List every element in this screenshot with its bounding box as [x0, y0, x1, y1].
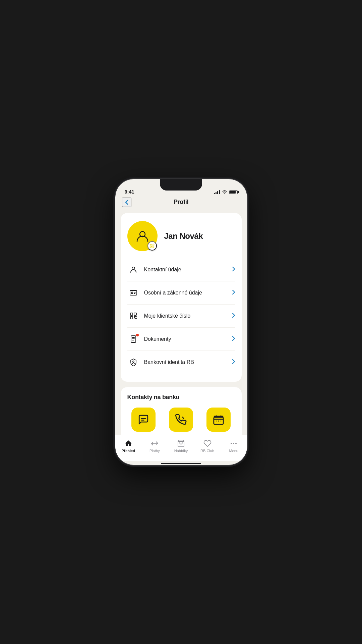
- signal-icon: [214, 190, 220, 194]
- bottom-nav: Přehled Platby: [115, 435, 247, 461]
- nav-item-prehled[interactable]: Přehled: [115, 438, 142, 454]
- chevron-right-icon: [232, 336, 235, 342]
- svg-point-1: [132, 267, 135, 270]
- pencil-icon: [150, 244, 155, 248]
- menu-label-klientske: Moje klientské číslo: [144, 313, 232, 319]
- menu-item-osobni-udaje[interactable]: Osobní a zákonné údaje: [127, 281, 235, 304]
- more-menu-icon: [229, 439, 238, 448]
- status-icons: [214, 190, 238, 195]
- status-time: 9:41: [125, 189, 134, 195]
- battery-icon: [229, 190, 238, 194]
- nav-item-platby[interactable]: Platby: [141, 438, 168, 454]
- svg-point-13: [233, 443, 234, 444]
- menu-label-bankovni: Bankovní identita RB: [144, 359, 232, 365]
- menu-label-osobni: Osobní a zákonné údaje: [144, 290, 232, 296]
- home-indicator: [161, 463, 201, 464]
- payments-icon: [150, 439, 159, 448]
- svg-point-12: [231, 443, 232, 444]
- phone-screen: 9:41: [115, 179, 247, 465]
- chevron-right-icon: [232, 359, 235, 365]
- svg-rect-5: [134, 313, 136, 315]
- menu-item-klientske-cislo[interactable]: Moje klientské číslo: [127, 304, 235, 327]
- menu-item-bankovni-identita[interactable]: Bankovní identita RB: [127, 351, 235, 374]
- nav-label-rb-club: RB Club: [200, 449, 214, 453]
- svg-point-3: [131, 292, 133, 294]
- nav-item-nabidky[interactable]: Nabídky: [168, 438, 194, 454]
- bank-contacts-card: Kontakty na banku Chat: [121, 387, 242, 435]
- svg-rect-4: [130, 313, 133, 315]
- chevron-right-icon: [232, 290, 235, 296]
- nav-label-nabidky: Nabídky: [174, 449, 188, 453]
- chevron-right-icon: [232, 313, 235, 319]
- profile-name: Jan Novák: [164, 231, 203, 241]
- chat-button-icon: [131, 408, 156, 432]
- home-icon: [124, 439, 133, 448]
- id-card-icon: [127, 287, 139, 299]
- rb-club-icon: [203, 439, 212, 448]
- chat-button[interactable]: Chat: [127, 408, 160, 435]
- svg-point-8: [133, 361, 134, 362]
- nova-schuzka-button[interactable]: Nováschůzka: [202, 408, 235, 435]
- nova-schuzka-button-icon: [206, 408, 231, 432]
- cart-icon: [177, 439, 185, 448]
- notification-dot: [136, 334, 139, 336]
- nav-item-menu[interactable]: Menu: [221, 438, 247, 454]
- nav-label-platby: Platby: [149, 449, 160, 453]
- notch: [160, 179, 202, 191]
- chevron-right-icon: [232, 267, 235, 273]
- back-button[interactable]: [122, 198, 131, 207]
- page-header: Profil: [115, 197, 247, 210]
- nav-label-prehled: Přehled: [122, 449, 135, 453]
- menu-item-dokumenty[interactable]: Dokumenty: [127, 327, 235, 351]
- scroll-content: Jan Novák Kontaktní údaje: [115, 210, 247, 435]
- nav-label-menu: Menu: [229, 449, 238, 453]
- bank-contacts-title: Kontakty na banku: [127, 394, 235, 401]
- profile-card: Jan Novák Kontaktní údaje: [121, 213, 242, 382]
- profile-header: Jan Novák: [127, 221, 235, 251]
- avatar-wrapper: [127, 221, 158, 251]
- wifi-icon: [222, 190, 227, 195]
- phone-frame: 9:41: [115, 179, 247, 465]
- zavolat-button[interactable]: Zavolat: [165, 408, 197, 435]
- svg-rect-6: [130, 317, 133, 319]
- menu-label-dokumenty: Dokumenty: [144, 336, 232, 342]
- qr-code-icon: [127, 310, 139, 322]
- page-title: Profil: [174, 199, 188, 206]
- nav-item-rb-club[interactable]: RB Club: [194, 438, 221, 454]
- zavolat-button-icon: [169, 408, 193, 432]
- contact-buttons: Chat Zavolat: [127, 408, 235, 435]
- shield-icon: [127, 356, 139, 368]
- person-icon: [127, 264, 139, 276]
- person-avatar-icon: [134, 228, 150, 244]
- svg-point-14: [235, 443, 237, 444]
- document-icon: [127, 333, 139, 345]
- svg-rect-7: [131, 336, 136, 342]
- menu-item-kontaktni-udaje[interactable]: Kontaktní údaje: [127, 258, 235, 281]
- edit-avatar-button[interactable]: [147, 241, 157, 251]
- menu-label-kontaktni: Kontaktní údaje: [144, 267, 232, 273]
